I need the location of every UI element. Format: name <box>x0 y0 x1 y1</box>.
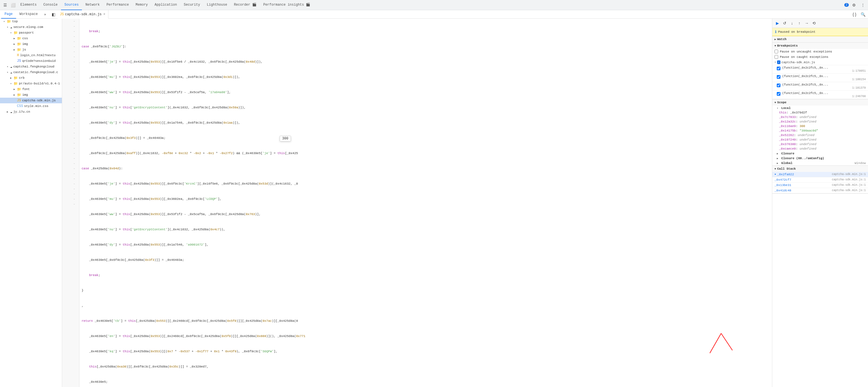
tree-item-jy17u[interactable]: ▶ ☁ jy.17u.cn <box>0 109 62 115</box>
tab-performance-insights[interactable]: Performance insights 🎬 <box>260 0 313 10</box>
tree-item-castatic[interactable]: ▾ ☁ castatic.fengkongcloud.c <box>0 69 62 75</box>
tree-item-font[interactable]: ▶ 📁 font <box>0 86 62 92</box>
tab-elements[interactable]: Elements <box>17 0 40 10</box>
deactivate-breakpoints-button[interactable]: ⟲ <box>811 20 817 27</box>
tree-item-img1[interactable]: ▶ 📁 img <box>0 41 62 47</box>
step-button[interactable]: → <box>803 20 810 27</box>
call-stack-section: Call Stack ● _0x2fa022 captcha-sdk.min.j… <box>772 166 868 194</box>
breakpoint-item-2[interactable]: (function(_0x2c2fc5,_0x... 1:181379 <box>772 82 868 91</box>
tree-label-captcha1: captcha1.fengkongcloud <box>13 65 54 68</box>
tab-workspace[interactable]: Workspace <box>16 10 41 19</box>
step-into-button[interactable]: ↓ <box>788 20 796 27</box>
settings-icon[interactable]: ⚙ <box>850 1 858 9</box>
tab-application[interactable]: Application <box>151 0 180 10</box>
bp-checkbox-0[interactable] <box>777 67 780 70</box>
tree-item-js[interactable]: ▶ 📁 js <box>0 47 62 53</box>
tab-lighthouse[interactable]: Lighthouse <box>204 0 230 10</box>
bp-checkbox-1[interactable] <box>777 75 780 79</box>
tree-item-secure-elong[interactable]: ▾ ☁ secure.elong.com <box>0 24 62 30</box>
scope-local-header[interactable]: ▾ Local <box>772 105 868 110</box>
tab-network[interactable]: Network <box>82 0 103 10</box>
pause-uncaught-row: Pause on uncaught exceptions <box>772 49 868 54</box>
tree-item-qrcode[interactable]: ▶ JS qrCode?sessionGuid <box>0 58 62 64</box>
tree-item-css[interactable]: ▶ 📁 css <box>0 36 62 41</box>
tree-label-castatic: castatic.fengkongcloud.c <box>13 71 58 74</box>
code-line-2: case _0x6f9c3c['JGZBJ']: <box>82 44 772 49</box>
watch-header[interactable]: Watch <box>772 36 868 42</box>
pause-uncaught-checkbox[interactable] <box>775 50 778 53</box>
scope-closure-header[interactable]: ▶ Closure <box>772 151 868 156</box>
bp-text-0: (function(_0x2c2fc5,_0x... <box>782 66 866 69</box>
bp-checkbox-2[interactable] <box>777 84 780 87</box>
search-in-file-icon[interactable]: 🔍 <box>859 10 867 18</box>
tree-label-style-css: style.min.css <box>24 104 49 108</box>
code-content[interactable]: - - - - - - - - - - - - - - - - - - - - <box>62 19 772 387</box>
breakpoint-column <box>62 19 67 387</box>
tab-page[interactable]: Page <box>1 10 16 19</box>
scope-0x14175b: _0x14175b: "390aac0d" <box>772 128 868 133</box>
menu-icon[interactable]: ☰ <box>1 1 9 9</box>
tab-sources[interactable]: Sources <box>61 0 82 10</box>
tab-memory[interactable]: Memory <box>132 0 151 10</box>
code-line-24: _0x4639e5; <box>82 379 772 384</box>
bp-checkbox-3[interactable] <box>777 92 780 96</box>
tree-item-login-html[interactable]: ▶ H login_cn.html?nextu <box>0 53 62 58</box>
scope-global-header[interactable]: ▶ Global Window <box>772 161 868 165</box>
more-subtabs-icon[interactable]: » <box>41 10 49 18</box>
code-line-20: return _0x4639e5['tb'] = this[_0x425d8a(… <box>82 318 772 323</box>
tab-performance[interactable]: Performance <box>103 0 132 10</box>
code-line-11: _0x4639e5['je'] = this[_0x425d8a(0x553)]… <box>82 181 772 186</box>
tree-item-crb[interactable]: ▶ 📁 crb <box>0 75 62 81</box>
callstack-loc-0: captcha-sdk.min.js:1 <box>832 173 866 176</box>
code-line-4: _0x4639e5['mu'] = this[_0x425d8a(0x553)]… <box>82 74 772 79</box>
breakpoint-item-0[interactable]: (function(_0x2c2fc5,_0x... 1:178051 <box>772 65 868 74</box>
tree-arrow-top: ▾ <box>3 20 6 23</box>
watch-label: Watch <box>777 37 786 41</box>
code-line-12: _0x4639e5['mu'] = this[_0x425d8a(0x553)]… <box>82 196 772 201</box>
callstack-item-0[interactable]: ● _0x2fa022 captcha-sdk.min.js:1 <box>772 172 868 177</box>
bp-location-1: 1:180154 <box>852 78 866 81</box>
callstack-item-3[interactable]: _0x41dc48 captcha-sdk.min.js:1 <box>772 188 868 193</box>
tree-item-auto-build[interactable]: ▾ 📁 pr/auto-build/v1.0.4-1 <box>0 81 62 86</box>
breakpoints-header[interactable]: Breakpoints <box>772 43 868 49</box>
code-line-19: , <box>82 303 772 308</box>
file-tab-captcha-sdk[interactable]: JS captcha-sdk.min.js × <box>58 10 108 19</box>
collapse-panel-icon[interactable]: ◧ <box>50 10 58 18</box>
step-over-button[interactable]: ↺ <box>781 20 788 27</box>
tree-arrow-img2: ▶ <box>13 93 17 97</box>
scope-arrow <box>775 101 776 104</box>
tree-item-img2[interactable]: ▶ 📁 img <box>0 92 62 98</box>
tree-item-top[interactable]: ▾ 📁 top <box>0 19 62 24</box>
tab-console[interactable]: Console <box>40 0 61 10</box>
tab-recorder[interactable]: Recorder 🎬 <box>230 0 260 10</box>
breakpoint-file-header[interactable]: ▾ ✓ captcha-sdk.min.js <box>772 60 868 65</box>
breakpoints-section: Breakpoints Pause on uncaught exceptions… <box>772 43 868 99</box>
tree-arrow-css: ▶ <box>13 37 17 40</box>
tree-item-style-css[interactable]: ▶ CSS style.min.css <box>0 103 62 109</box>
scope-closure2-label: Closure (88../smConfig) <box>781 157 824 160</box>
step-out-button[interactable]: ↑ <box>796 20 803 27</box>
scope-closure2-header[interactable]: ▶ Closure (88../smConfig) <box>772 156 868 161</box>
callstack-item-2[interactable]: _0x13be31 captcha-sdk.min.js:1 <box>772 183 868 188</box>
more-icon[interactable]: ⋮ <box>859 1 867 9</box>
callstack-item-1[interactable]: _0x472cf7 captcha-sdk.min.js:1 <box>772 177 868 183</box>
tree-item-captcha1[interactable]: ▾ ☁ captcha1.fengkongcloud <box>0 64 62 69</box>
tab-security[interactable]: Security <box>181 0 204 10</box>
tree-arrow-auto-build: ▾ <box>10 82 13 85</box>
pause-caught-checkbox[interactable] <box>775 55 778 59</box>
breakpoint-file-arrow: ▾ <box>775 61 776 64</box>
bp-text-3: (function(_0x2c2fc5,_0x... <box>782 92 866 95</box>
breakpoint-item-1[interactable]: (function(_0x2c2fc5,_0x... 1:180154 <box>772 74 868 82</box>
scope-global-label: Global <box>781 161 793 165</box>
tree-item-passport[interactable]: ▾ 📁 passport <box>0 30 62 36</box>
breakpoint-item-3[interactable]: (function(_0x2c2fc5,_0x... 1:246768 <box>772 91 868 99</box>
sub-toolbar: Page Workspace » ◧ JS captcha-sdk.min.js… <box>0 10 868 19</box>
code-line-18: } <box>82 288 772 293</box>
tree-item-captcha-sdk[interactable]: ▶ JS captcha-sdk.min.js <box>0 98 62 103</box>
resume-button[interactable]: ▶ <box>774 20 781 27</box>
scope-header[interactable]: Scope <box>772 99 868 105</box>
format-icon[interactable]: { } <box>850 10 858 18</box>
call-stack-header[interactable]: Call Stack <box>772 166 868 172</box>
device-icon[interactable]: ⬜ <box>9 1 17 9</box>
file-tab-close[interactable]: × <box>103 12 106 17</box>
